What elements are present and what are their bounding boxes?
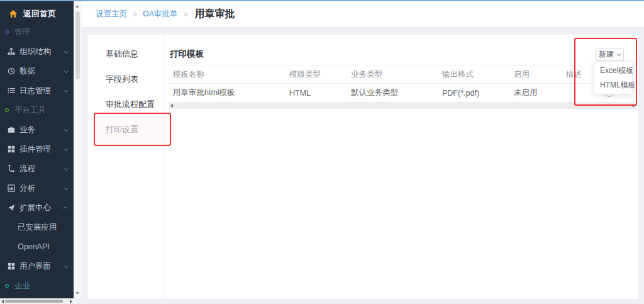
table-horizontal-scrollbar[interactable]: [169, 102, 637, 109]
tab-approval-flow-config[interactable]: 审批流程配置: [88, 92, 164, 117]
sidebar-item-label: 业务: [19, 125, 35, 135]
home-icon: [9, 9, 18, 18]
vertical-scrollbar-thumb[interactable]: [75, 11, 80, 79]
scroll-right-arrow-icon[interactable]: [70, 300, 72, 303]
chevron-down-icon: [617, 52, 621, 56]
breadcrumb-separator: >: [184, 10, 188, 19]
sidebar-item-installed-apps[interactable]: 已安装应用: [0, 218, 74, 237]
chevron-up-icon: [63, 206, 67, 210]
chevron-down-icon: [64, 147, 69, 151]
page-title: 用章审批: [195, 8, 235, 21]
cell-template-type: HTML: [289, 89, 351, 98]
sidebar-item-label: 扩展中心: [19, 203, 51, 213]
chevron-down-icon: [64, 264, 69, 268]
purple-dot-icon: [5, 30, 9, 34]
sidebar-item-label: 流程: [19, 164, 35, 174]
cell-enabled: 未启用: [514, 87, 566, 98]
new-template-dropdown-menu: Excel模板 HTML模板: [594, 62, 633, 94]
sidebar-section-enterprise[interactable]: 企业: [0, 276, 74, 295]
settings-tab-nav: 基础信息 字段列表 审批流程配置 打印设置: [88, 35, 164, 299]
analysis-icon: [8, 184, 15, 192]
flow-icon: [8, 165, 15, 172]
breadcrumb-bar: 设置主页 > OA审批单 > 用章审批: [82, 1, 644, 28]
column-header-enabled: 启用: [514, 69, 566, 80]
sidebar-item-plugin-manage[interactable]: 插件管理: [0, 140, 74, 159]
sidebar-section-platform-tools[interactable]: 平台工具: [0, 101, 74, 120]
cell-business-type: 默认业务类型: [351, 87, 442, 98]
sidebar-item-label: 插件管理: [19, 144, 51, 155]
scroll-left-arrow-icon[interactable]: [1, 300, 4, 303]
tab-print-settings[interactable]: 打印设置: [88, 117, 164, 142]
scroll-down-arrow-icon[interactable]: [75, 292, 79, 295]
new-template-button[interactable]: 新建: [595, 48, 624, 61]
sidebar-horizontal-scrollbar[interactable]: [0, 298, 74, 304]
sidebar-subitem-label: 已安装应用: [18, 222, 57, 233]
sidebar-item-label: 组织结构: [19, 47, 51, 57]
chevron-down-icon: [64, 166, 69, 171]
menu-item-html-template[interactable]: HTML模板: [594, 78, 632, 93]
cell-template-name: 用章审批html模板: [173, 87, 289, 98]
sidebar-home-label: 返回首页: [23, 8, 56, 20]
sidebar-item-workflow[interactable]: 流程: [0, 159, 74, 178]
scroll-left-arrow-icon[interactable]: [170, 104, 173, 108]
sidebar-item-label: 数据: [19, 66, 35, 77]
sidebar-section-label: 平台工具: [14, 105, 46, 116]
extension-icon: [8, 204, 15, 211]
table-header-row: 模板名称 模版类型 业务类型 输出格式 启用 描述: [169, 65, 637, 84]
sidebar-item-analysis[interactable]: 分析: [0, 179, 74, 198]
chevron-down-icon: [64, 69, 69, 73]
teal-dot-icon: [5, 284, 9, 288]
chevron-down-icon: [64, 88, 69, 93]
sidebar-item-openapi[interactable]: OpenAPI: [0, 237, 74, 256]
menu-item-excel-template[interactable]: Excel模板: [594, 64, 632, 78]
ui-grid-icon: [8, 262, 15, 270]
sidebar-vertical-scrollbar[interactable]: [74, 1, 82, 298]
log-list-icon: [8, 87, 15, 94]
tab-field-list[interactable]: 字段列表: [88, 67, 164, 92]
sidebar-item-org-structure[interactable]: 组织结构: [0, 42, 74, 61]
sidebar-item-extension-center[interactable]: 扩展中心: [0, 198, 74, 217]
sidebar-item-label: 分析: [19, 183, 35, 194]
section-title: 打印模板: [170, 48, 204, 60]
scroll-right-arrow-icon[interactable]: [633, 104, 635, 108]
column-header-business-type: 业务类型: [351, 69, 442, 80]
cell-output-format: PDF(*.pdf): [442, 89, 514, 98]
sidebar-item-user-interface[interactable]: 用户界面: [0, 257, 74, 276]
chevron-down-icon: [64, 186, 69, 190]
chevron-down-icon: [64, 49, 69, 53]
table-row[interactable]: 用章审批html模板 HTML 默认业务类型 PDF(*.pdf) 未启用: [169, 84, 637, 102]
new-button-label: 新建: [599, 49, 614, 60]
sidebar-item-business[interactable]: 业务: [0, 120, 74, 139]
tab-basic-info[interactable]: 基础信息: [88, 42, 164, 67]
sidebar: 返回首页 管理 组织结构 数据 日志管理 平台工具: [0, 1, 74, 298]
sitemap-icon: [8, 48, 15, 55]
sidebar-item-log-manage[interactable]: 日志管理: [0, 81, 74, 100]
briefcase-icon: [8, 126, 15, 133]
print-template-table: 模板名称 模版类型 业务类型 输出格式 启用 描述 用章审批html模板 HTM…: [169, 65, 637, 109]
sidebar-section-manage[interactable]: 管理: [0, 23, 74, 42]
sidebar-item-data[interactable]: 数据: [0, 62, 74, 81]
column-header-output-format: 输出格式: [442, 69, 514, 80]
column-header-template-type: 模版类型: [289, 69, 351, 80]
breadcrumb-separator: >: [133, 10, 137, 19]
sidebar-subitem-label: OpenAPI: [18, 242, 50, 251]
sidebar-item-home[interactable]: 返回首页: [0, 5, 74, 23]
column-header-template-name: 模板名称: [173, 69, 289, 80]
sidebar-section-label: 企业: [14, 281, 30, 291]
scroll-up-arrow-icon[interactable]: [75, 5, 79, 8]
sidebar-item-label: 用户界面: [19, 261, 51, 272]
clock-icon: [8, 67, 15, 75]
horizontal-scrollbar-thumb[interactable]: [5, 300, 63, 303]
breadcrumb-link-settings-home[interactable]: 设置主页: [96, 9, 127, 20]
breadcrumb-link-oa-form[interactable]: OA审批单: [143, 9, 178, 20]
print-settings-panel: 打印模板 模板名称 模版类型 业务类型 输出格式 启用 描述 用章审批html模…: [165, 35, 638, 299]
sidebar-section-label: 管理: [14, 27, 30, 38]
plugin-grid-icon: [8, 145, 15, 153]
sidebar-item-label: 日志管理: [19, 86, 51, 96]
green-dot-icon: [5, 108, 9, 112]
main-card: 基础信息 字段列表 审批流程配置 打印设置 打印模板 模板名称 模版类型 业务类…: [88, 35, 638, 299]
chevron-down-icon: [64, 127, 69, 132]
